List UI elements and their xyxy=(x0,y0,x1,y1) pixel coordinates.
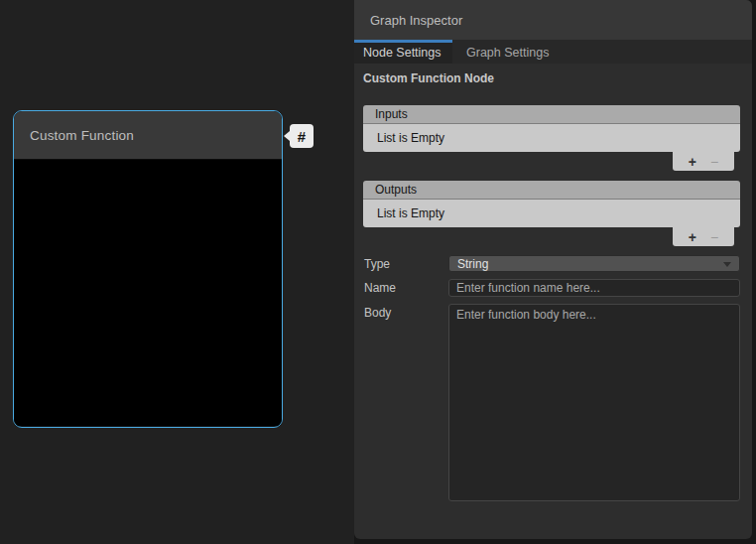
node-preview-area xyxy=(14,160,282,426)
type-row: Type String xyxy=(364,255,740,272)
inputs-empty-label: List is Empty xyxy=(377,131,444,145)
inputs-add-button[interactable]: + xyxy=(689,155,696,169)
node-title: Custom Function xyxy=(30,128,134,143)
outputs-list-empty-row: List is Empty xyxy=(363,200,740,227)
graph-canvas[interactable]: Custom Function # xyxy=(0,0,354,544)
outputs-list-header[interactable]: Outputs xyxy=(363,181,740,200)
tab-node-settings[interactable]: Node Settings xyxy=(354,40,452,64)
tab-node-settings-label: Node Settings xyxy=(363,46,441,60)
outputs-add-button[interactable]: + xyxy=(689,230,696,244)
inputs-list-footer: + − xyxy=(363,152,740,171)
name-label: Name xyxy=(364,279,448,295)
function-name-input[interactable] xyxy=(448,279,740,297)
inputs-list-empty-row: List is Empty xyxy=(363,124,740,152)
inputs-remove-button[interactable]: − xyxy=(710,155,718,169)
custom-function-node[interactable]: Custom Function xyxy=(13,110,283,428)
outputs-list: Outputs List is Empty + − xyxy=(363,181,740,246)
inputs-list: Inputs List is Empty + − xyxy=(363,105,740,171)
chevron-down-icon xyxy=(723,262,731,267)
type-dropdown[interactable]: String xyxy=(448,255,740,272)
function-body-input[interactable] xyxy=(448,304,740,501)
outputs-list-header-label: Outputs xyxy=(375,183,417,197)
inspector-tab-bar: Node Settings Graph Settings xyxy=(354,40,752,64)
inputs-footer-buttons: + − xyxy=(673,152,734,171)
graph-inspector-panel: Graph Inspector Node Settings Graph Sett… xyxy=(354,0,752,539)
hash-badge[interactable]: # xyxy=(290,124,314,148)
hash-icon: # xyxy=(298,128,306,145)
outputs-empty-label: List is Empty xyxy=(377,206,444,220)
outputs-footer-buttons: + − xyxy=(673,227,734,246)
inspector-header[interactable]: Graph Inspector xyxy=(354,0,752,40)
function-fields: Type String Name Body xyxy=(364,255,740,501)
inspector-title: Graph Inspector xyxy=(370,13,462,28)
badge-tail-icon xyxy=(284,131,290,141)
tab-graph-settings-label: Graph Settings xyxy=(466,46,549,60)
outputs-remove-button[interactable]: − xyxy=(710,230,718,244)
outputs-list-footer: + − xyxy=(363,227,740,246)
node-title-bar[interactable]: Custom Function xyxy=(14,111,282,160)
body-row: Body xyxy=(364,304,740,501)
name-row: Name xyxy=(364,279,740,297)
tab-graph-settings[interactable]: Graph Settings xyxy=(452,40,571,64)
body-label: Body xyxy=(364,304,448,320)
inputs-list-header-label: Inputs xyxy=(375,107,408,121)
app-window: Custom Function # Graph Inspector Node S… xyxy=(0,0,756,544)
section-title: Custom Function Node xyxy=(363,71,752,85)
type-label: Type xyxy=(364,255,448,271)
type-dropdown-value: String xyxy=(457,257,488,271)
inputs-list-header[interactable]: Inputs xyxy=(363,105,740,124)
